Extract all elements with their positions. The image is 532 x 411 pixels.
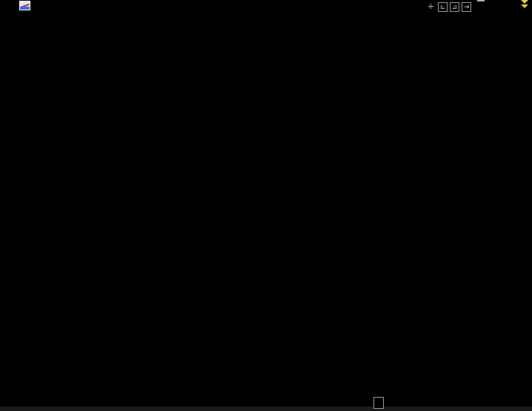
current-date-tag: [373, 397, 384, 409]
chart-canvas[interactable]: [0, 0, 532, 411]
chart-app-window: ✛ ⊾ ⊿ ⇥: [0, 0, 532, 411]
macd-header: [13, 249, 37, 259]
price-marker-icon: [521, 0, 528, 9]
rsi-header: [13, 326, 37, 336]
bottom-scrollbar[interactable]: [0, 407, 532, 411]
y-axis-label-boxed: [477, 0, 485, 1]
